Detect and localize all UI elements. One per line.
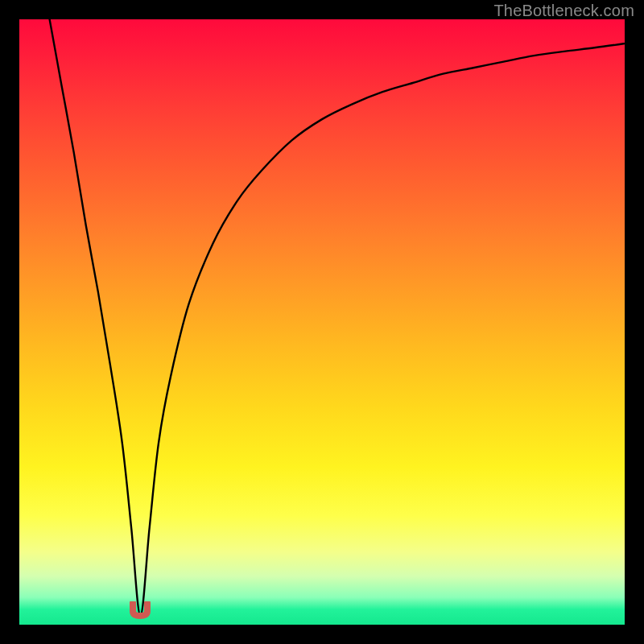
valley-marker bbox=[129, 601, 151, 619]
plot-area bbox=[19, 19, 625, 625]
watermark-text: TheBottleneck.com bbox=[493, 2, 634, 20]
chart-frame: TheBottleneck.com bbox=[0, 0, 644, 644]
bottleneck-curve bbox=[19, 19, 625, 625]
